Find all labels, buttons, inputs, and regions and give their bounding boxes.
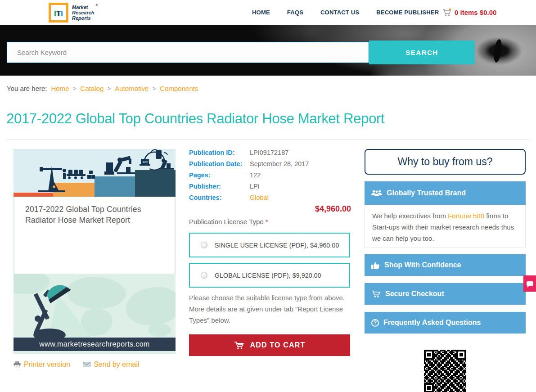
license-note: Please choose the suitable license type … [189,292,351,326]
radio-single-user-license[interactable] [201,242,207,248]
site-logo[interactable]: m ® Market Research Reports [49,3,95,23]
printer-icon [14,361,21,368]
cart-summary[interactable]: 0 items $0.00 [442,0,496,25]
license-option-single-user[interactable]: SINGLE USER LICENSE (PDF), $4,960.00 [189,233,350,257]
cover-action-links: Printer version Send by email [14,360,140,369]
logo-text: ® Market Research Reports [72,5,95,21]
map-continent [126,287,176,325]
add-to-cart-icon [234,341,244,350]
breadcrumb-separator: > [73,86,77,92]
detail-label: Publication Date: [189,160,250,171]
industry-steps-illustration: ERP [14,149,176,197]
detail-label: Countries: [189,194,250,205]
chat-widget-button[interactable] [523,275,536,292]
printer-version-label: Printer version [24,360,70,369]
detail-label: Pages: [189,171,250,183]
add-to-cart-label: ADD TO CART [250,341,305,349]
logo-m-icon: m [49,3,68,23]
qr-finder [424,350,434,360]
detail-label: Publisher: [189,183,250,194]
license-option-label: GLOBAL LICENSE (PDF), $9,920.00 [215,272,321,279]
breadcrumb-home[interactable]: Home [51,85,69,92]
registered-mark: ® [95,3,98,8]
fortune-500-link[interactable]: Fortune 500 [448,212,484,220]
qr-finder [424,383,434,392]
sidebar-section-faq[interactable]: ? Frequently Asked Questions [365,312,526,333]
breadcrumb-prefix: You are here: [7,85,47,92]
search-input[interactable] [7,42,369,63]
detail-row-countries: Countries: Global [189,194,351,205]
send-by-email-label: Send by email [94,360,139,369]
breadcrumb-catalog[interactable]: Catalog [81,85,104,92]
detail-label: Publication ID: [189,149,250,160]
why-to-buy-heading: Why to buy from us? [398,156,493,168]
product-price: $4,960.00 [315,204,351,214]
required-asterisk: * [266,218,268,225]
detail-value: September 28, 2017 [250,160,309,171]
sidebar-section-secure-checkout: Secure Checkout [365,283,526,305]
detail-row-publisher: Publisher: LPI [189,183,351,194]
nav-item-contact-us[interactable]: CONTACT US [320,9,359,16]
qr-finder [456,350,466,360]
breadcrumb-separator: > [153,86,156,92]
sidebar-section-title: Frequently Asked Questions [383,319,481,327]
license-option-global[interactable]: GLOBAL LICENSE (PDF), $9,920.00 [189,263,350,288]
cover-title: 2017-2022 Global Top Countries Radiator … [25,204,164,225]
license-type-label: Publication License Type * [189,218,268,225]
page: m ® Market Research Reports HOME FAQS CO… [0,0,536,392]
nav-item-home[interactable]: HOME [252,9,270,16]
nav-item-faqs[interactable]: FAQS [287,9,303,16]
sidebar-section-title: Shop With Confidence [384,261,461,269]
detail-row-publication-id: Publication ID: LPI09172187 [189,149,351,160]
page-title: 2017-2022 Global Top Countries Radiator … [6,111,501,127]
sidebar-section-title: Secure Checkout [385,290,444,298]
product-details: Publication ID: LPI09172187 Publication … [189,149,351,360]
cart-count: 0 items $0.00 [455,9,496,16]
logo-letter: m [54,7,63,18]
qr-code [422,348,468,392]
radio-global-license[interactable] [201,272,207,279]
sidebar-section-title: Globally Trusted Brand [387,189,466,197]
cover-url: www.marketresearchreports.com [39,340,149,348]
svg-text:ERP: ERP [143,161,148,163]
detail-value: LPI [250,183,260,194]
cover-map-panel: www.marketresearchreports.com [14,274,176,354]
sidebar-section-shop-with-confidence: Shop With Confidence [365,254,526,276]
license-option-label: SINGLE USER LICENSE (PDF), $4,960.00 [215,242,339,249]
sidebar-section-globally-trusted: Globally Trusted Brand [365,181,526,205]
header: m ® Market Research Reports HOME FAQS CO… [0,0,536,25]
detail-row-publication-date: Publication Date: September 28, 2017 [189,160,351,171]
secure-cart-icon [371,290,381,298]
search-button[interactable]: SEARCH [369,41,475,64]
qr-pattern [424,350,466,392]
nav-item-become-publisher[interactable]: BECOME PUBLISHER [376,9,439,16]
chat-bubble-icon [527,281,533,286]
globally-trusted-body: We help executives from Fortune 500 firm… [365,205,526,248]
breadcrumb: You are here: Home > Catalog > Automotiv… [7,85,198,92]
detail-row-pages: Pages: 122 [189,171,351,183]
send-by-email-link[interactable]: Send by email [83,360,139,369]
logo-line3: Reports [72,15,95,21]
countries-global-link[interactable]: Global [250,194,269,205]
printer-version-link[interactable]: Printer version [14,360,70,369]
breadcrumb-components[interactable]: Components [160,85,198,92]
add-to-cart-button[interactable]: ADD TO CART [189,334,350,356]
detail-value: 122 [250,171,261,183]
main-nav: HOME FAQS CONTACT US BECOME PUBLISHER [252,0,439,25]
map-continent [149,323,171,337]
logo-line2: Research [72,10,95,15]
license-type-text: Publication License Type [189,218,266,225]
cart-icon [442,9,451,17]
question-mark-icon: ? [371,319,379,327]
breadcrumb-automotive[interactable]: Automotive [115,85,149,92]
trusted-body-text: We help executives from [372,212,448,220]
users-icon [371,189,382,197]
why-to-buy-box: Why to buy from us? [365,149,526,175]
detail-value: LPI09172187 [250,149,288,160]
email-icon [83,362,90,367]
cover-url-bar: www.marketresearchreports.com [14,338,176,351]
cover-illustration: ERP [14,149,176,197]
divider [6,140,530,140]
product-cover-image: ERP 2017-2022 Global Top Countries Radia… [14,149,176,354]
search-banner: SEARCH [0,25,536,76]
